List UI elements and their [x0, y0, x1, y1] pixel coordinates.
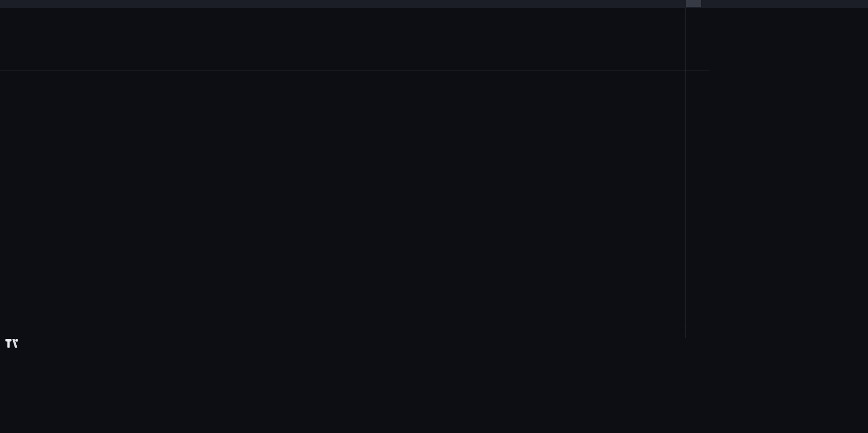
pane-separator[interactable]	[0, 70, 709, 71]
tradingview-chart-snapshot	[0, 0, 868, 433]
chart-canvas[interactable]	[0, 0, 868, 433]
price-scale[interactable]	[685, 8, 709, 338]
time-scale[interactable]	[0, 328, 709, 338]
tradingview-logo-icon	[5, 339, 18, 348]
tradingview-logo[interactable]	[5, 339, 22, 348]
volume-ma-badge	[686, 0, 701, 7]
symbol-header[interactable]	[5, 71, 37, 77]
